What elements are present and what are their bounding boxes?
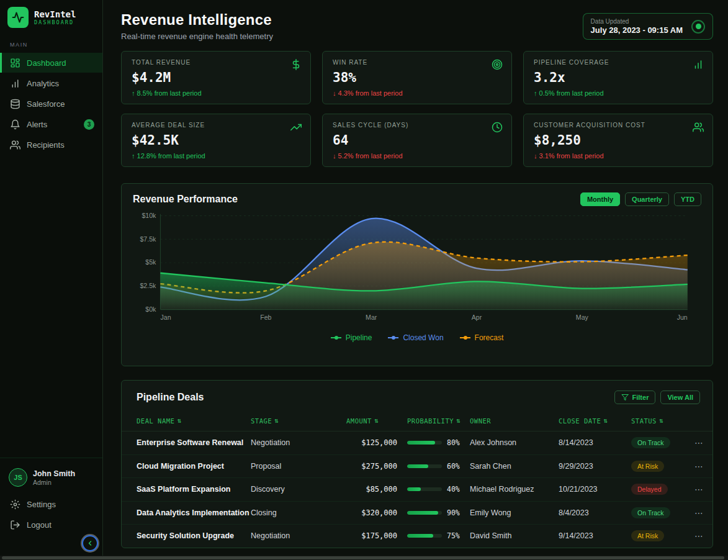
legend-marker-icon (331, 337, 341, 338)
kpi-delta: ↑ 12.8% from last period (132, 152, 300, 160)
kpi-value: 64 (333, 133, 501, 148)
deal-stage: Negotiation (251, 531, 346, 540)
table-header-row: DEAL NAME STAGE AMOUNT PROBABILITY OWNER… (122, 410, 712, 431)
row-menu-button[interactable] (694, 438, 704, 448)
user-role: Admin (33, 479, 75, 486)
trending-up-icon (290, 122, 302, 135)
live-pulse-icon (691, 20, 705, 34)
status-badge: At Risk (631, 461, 664, 472)
deal-owner: Alex Johnson (470, 438, 559, 447)
svg-text:$10k: $10k (142, 212, 156, 219)
deal-name: Security Solution Upgrade (137, 531, 251, 540)
table-body: Enterprise Software Renewal Negotiation … (122, 431, 712, 548)
svg-text:Jan: Jan (160, 314, 171, 321)
users-icon (693, 122, 704, 135)
sidebar-item-recipients[interactable]: Recipients (0, 135, 102, 155)
row-menu-button[interactable] (694, 484, 704, 494)
deal-probability: 60% (407, 462, 470, 471)
app-name: RevIntel (34, 9, 76, 19)
column-header-status[interactable]: STATUS (631, 417, 694, 425)
horizontal-scrollbar[interactable] (0, 556, 728, 560)
sort-icon (374, 417, 379, 425)
column-header-deal-name[interactable]: DEAL NAME (137, 417, 251, 425)
kpi-label: WIN RATE (333, 59, 501, 66)
legend-item-forecast[interactable]: Forecast (460, 333, 504, 342)
svg-text:$0k: $0k (145, 306, 156, 313)
database-icon (10, 99, 20, 109)
sidebar-item-analytics[interactable]: Analytics (0, 73, 102, 93)
sidebar-item-salesforce[interactable]: Salesforce (0, 94, 102, 114)
horizontal-scrollbar-thumb[interactable] (2, 556, 724, 559)
sort-icon (659, 417, 663, 425)
page-header: Revenue Intelligence Real-time revenue e… (121, 11, 713, 41)
user-name: John Smith (33, 469, 75, 479)
page-title: Revenue Intelligence (121, 11, 273, 29)
row-menu-button[interactable] (694, 508, 704, 518)
nav-section-label: MAIN (0, 35, 102, 53)
deal-probability: 75% (407, 531, 470, 540)
main-content: Revenue Intelligence Real-time revenue e… (103, 0, 728, 560)
sort-icon (603, 417, 608, 425)
svg-text:May: May (576, 314, 589, 321)
column-header-amount[interactable]: AMOUNT (346, 417, 407, 425)
probability-bar (407, 511, 442, 515)
data-updated-value: July 28, 2023 - 09:15 AM (591, 25, 683, 35)
deal-name: Enterprise Software Renewal (137, 438, 251, 447)
chart-legend: Pipeline Closed Won Forecast (133, 333, 701, 342)
table-row: Data Analytics Implementation Closing $3… (122, 502, 712, 525)
chart-range-group: MonthlyQuarterlyYTD (580, 192, 701, 206)
sidebar-item-logout[interactable]: Logout (0, 515, 102, 535)
dollar-sign-icon (290, 59, 302, 73)
status-badge: At Risk (631, 530, 664, 541)
deal-stage: Discovery (251, 485, 346, 494)
deal-amount: $85,000 (346, 485, 407, 494)
chart-title: Revenue Performance (133, 194, 238, 205)
deal-close-date: 8/14/2023 (559, 438, 631, 447)
range-button-monthly[interactable]: Monthly (580, 192, 620, 206)
sidebar-item-alerts[interactable]: Alerts 3 (0, 114, 102, 134)
row-menu-button[interactable] (694, 531, 704, 541)
sidebar-item-settings[interactable]: Settings (0, 494, 102, 514)
kpi-value: 38% (333, 70, 501, 85)
sidebar-item-dashboard[interactable]: Dashboard (0, 53, 102, 73)
kpi-card-sales-cycle-days-: SALES CYCLE (DAYS) 64 ↓ 5.2% from last p… (322, 114, 512, 167)
sidebar: RevIntel DASHBOARD MAIN Dashboard Analyt… (0, 0, 103, 560)
bar-chart-icon (693, 59, 704, 73)
svg-text:Mar: Mar (366, 314, 377, 321)
kpi-value: $8,250 (534, 133, 703, 148)
table-title: Pipeline Deals (137, 392, 204, 403)
deal-stage: Closing (251, 508, 346, 517)
sort-icon (274, 417, 279, 425)
legend-item-pipeline[interactable]: Pipeline (331, 333, 372, 342)
sidebar-collapse-button[interactable] (82, 535, 98, 551)
legend-item-closed-won[interactable]: Closed Won (388, 333, 443, 342)
kpi-delta: ↑ 8.5% from last period (132, 89, 300, 97)
revenue-chart: $0k$2.5k$5k$7.5k$10kJanFebMarAprMayJun (133, 210, 701, 332)
data-updated-label: Data Updated (591, 18, 683, 25)
view-all-button[interactable]: View All (660, 391, 700, 404)
deal-close-date: 8/4/2023 (559, 508, 631, 517)
deal-amount: $320,000 (346, 508, 407, 517)
table-row: Cloud Migration Project Proposal $275,00… (122, 455, 712, 479)
column-header-stage[interactable]: STAGE (251, 417, 346, 425)
deal-amount: $125,000 (346, 438, 407, 447)
sort-icon (177, 417, 181, 425)
chevron-left-icon (86, 540, 94, 547)
status-badge: Delayed (631, 484, 668, 495)
kpi-delta: ↓ 4.3% from last period (333, 89, 501, 97)
column-header-probability[interactable]: PROBABILITY (407, 417, 470, 425)
log-out-icon (10, 520, 20, 530)
status-badge: On Track (631, 437, 670, 448)
range-button-ytd[interactable]: YTD (674, 192, 701, 206)
row-menu-button[interactable] (694, 461, 704, 471)
table-row: SaaS Platform Expansion Discovery $85,00… (122, 478, 712, 502)
user-profile: JS John Smith Admin (0, 466, 102, 494)
probability-bar (407, 487, 442, 491)
probability-bar (407, 534, 442, 538)
avatar: JS (9, 468, 27, 487)
kpi-card-win-rate: WIN RATE 38% ↓ 4.3% from last period (322, 51, 512, 104)
filter-button[interactable]: Filter (614, 391, 656, 404)
range-button-quarterly[interactable]: Quarterly (625, 192, 669, 206)
deal-amount: $175,000 (346, 531, 407, 540)
column-header-close-date[interactable]: CLOSE DATE (559, 417, 631, 425)
